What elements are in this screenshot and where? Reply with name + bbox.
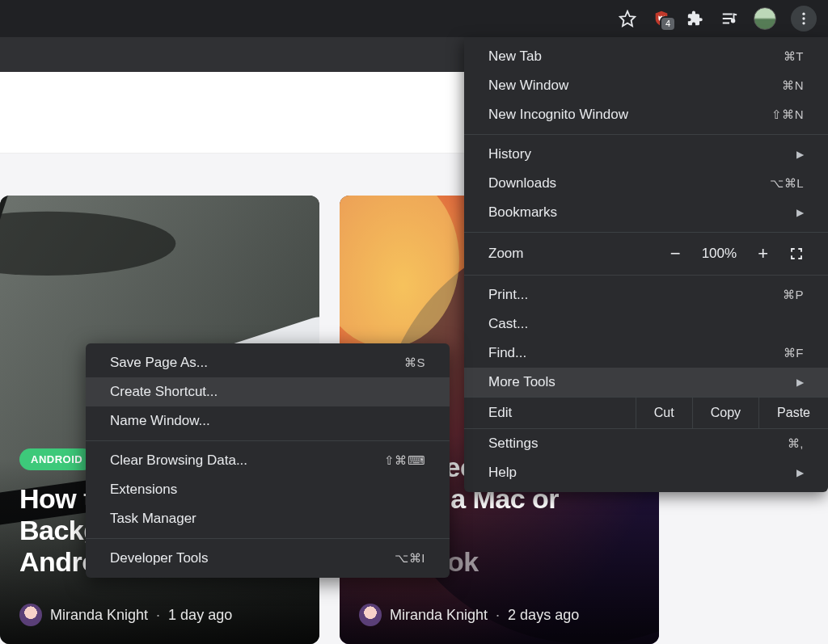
menu-more-tools[interactable]: More Tools ▶	[464, 368, 828, 397]
menu-label: Downloads	[488, 175, 556, 192]
menu-label: Edit	[464, 405, 512, 421]
customize-menu-button[interactable]	[791, 6, 817, 32]
submenu-extensions[interactable]: Extensions	[86, 475, 450, 504]
menu-label: Cast...	[488, 316, 528, 332]
menu-separator	[464, 275, 828, 276]
author-name: Miranda Knight	[50, 607, 148, 624]
menu-label: Developer Tools	[110, 550, 209, 566]
submenu-save-page[interactable]: Save Page As... ⌘S	[86, 348, 450, 377]
svg-point-2	[802, 13, 805, 15]
publish-time: 2 days ago	[508, 607, 579, 624]
menu-history[interactable]: History ▶	[464, 140, 828, 169]
menu-label: Clear Browsing Data...	[110, 452, 247, 469]
edit-copy-button[interactable]: Copy	[692, 398, 758, 428]
menu-shortcut: ⌥⌘L	[770, 176, 804, 191]
edit-paste-button[interactable]: Paste	[758, 398, 828, 428]
submenu-name-window[interactable]: Name Window...	[86, 406, 450, 436]
menu-downloads[interactable]: Downloads ⌥⌘L	[464, 169, 828, 198]
svg-marker-0	[620, 11, 635, 26]
menu-label: Print...	[488, 287, 528, 303]
menu-label: Save Page As...	[110, 355, 208, 371]
menu-label: Extensions	[110, 482, 177, 498]
menu-shortcut: ⌘N	[782, 78, 804, 93]
menu-separator	[464, 134, 828, 135]
extensions-puzzle-icon[interactable]	[686, 9, 705, 28]
menu-help[interactable]: Help ▶	[464, 458, 828, 487]
menu-label: Name Window...	[110, 413, 210, 429]
menu-label: Bookmarks	[488, 204, 557, 221]
extension-ublock-icon[interactable]: 4	[652, 9, 671, 28]
card-meta: Miranda Knight · 1 day ago	[19, 604, 300, 626]
toolbar-right: 4	[606, 0, 828, 37]
menu-label: New Incognito Window	[488, 107, 628, 123]
more-tools-submenu: Save Page As... ⌘S Create Shortcut... Na…	[86, 343, 450, 578]
menu-shortcut: ⇧⌘⌨	[384, 453, 426, 468]
author-avatar	[19, 604, 42, 626]
dot-separator: ·	[156, 607, 160, 624]
submenu-create-shortcut[interactable]: Create Shortcut...	[86, 377, 450, 406]
fullscreen-icon[interactable]	[789, 246, 804, 261]
category-pill[interactable]: ANDROID	[19, 448, 94, 470]
svg-point-4	[802, 22, 805, 24]
submenu-developer-tools[interactable]: Developer Tools ⌥⌘I	[86, 544, 450, 573]
submenu-arrow-icon: ▶	[796, 467, 804, 478]
dot-separator: ·	[496, 607, 500, 624]
menu-label: Help	[488, 465, 517, 481]
menu-shortcut: ⇧⌘N	[771, 107, 804, 122]
zoom-level: 100%	[702, 246, 737, 262]
menu-shortcut: ⌘T	[784, 49, 804, 64]
menu-find[interactable]: Find... ⌘F	[464, 339, 828, 368]
menu-settings[interactable]: Settings ⌘,	[464, 429, 828, 458]
menu-edit-row: Edit Cut Copy Paste	[464, 397, 828, 429]
submenu-arrow-icon: ▶	[796, 149, 804, 160]
menu-shortcut: ⌘F	[784, 346, 804, 360]
media-queue-icon[interactable]	[720, 9, 739, 28]
menu-zoom: Zoom − 100% +	[464, 238, 828, 270]
menu-label: History	[488, 146, 531, 162]
author-name: Miranda Knight	[390, 607, 488, 624]
menu-shortcut: ⌘P	[783, 288, 804, 302]
menu-separator	[464, 232, 828, 233]
menu-shortcut: ⌘,	[788, 436, 804, 451]
menu-shortcut: ⌘S	[404, 356, 425, 370]
menu-shortcut: ⌥⌘I	[395, 551, 425, 566]
browser-toolbar: 4	[0, 0, 828, 37]
menu-label: Create Shortcut...	[110, 384, 218, 400]
svg-point-3	[802, 17, 805, 19]
zoom-out-button[interactable]: −	[670, 243, 681, 264]
extension-badge: 4	[660, 16, 676, 32]
menu-label: Task Manager	[110, 511, 196, 527]
menu-new-window[interactable]: New Window ⌘N	[464, 71, 828, 100]
zoom-in-button[interactable]: +	[758, 243, 768, 264]
submenu-task-manager[interactable]: Task Manager	[86, 504, 450, 533]
submenu-arrow-icon: ▶	[796, 207, 804, 218]
menu-label: More Tools	[488, 374, 556, 390]
menu-cast[interactable]: Cast...	[464, 309, 828, 339]
menu-new-incognito[interactable]: New Incognito Window ⇧⌘N	[464, 100, 828, 129]
menu-label: Settings	[488, 436, 538, 452]
menu-print[interactable]: Print... ⌘P	[464, 280, 828, 309]
menu-new-tab[interactable]: New Tab ⌘T	[464, 42, 828, 71]
publish-time: 1 day ago	[168, 607, 232, 624]
menu-separator	[86, 538, 450, 539]
edit-cut-button[interactable]: Cut	[636, 398, 692, 428]
submenu-clear-browsing[interactable]: Clear Browsing Data... ⇧⌘⌨	[86, 446, 450, 475]
menu-separator	[86, 440, 450, 441]
menu-label: Zoom	[488, 246, 523, 262]
menu-label: Find...	[488, 345, 526, 361]
svg-point-1	[732, 19, 735, 23]
submenu-arrow-icon: ▶	[796, 377, 804, 388]
profile-avatar[interactable]	[754, 7, 776, 30]
menu-label: New Tab	[488, 48, 542, 65]
browser-main-menu: New Tab ⌘T New Window ⌘N New Incognito W…	[464, 37, 828, 492]
author-avatar	[359, 604, 382, 626]
star-icon[interactable]	[618, 9, 637, 28]
card-meta: Miranda Knight · 2 days ago	[359, 604, 640, 626]
menu-bookmarks[interactable]: Bookmarks ▶	[464, 198, 828, 227]
menu-label: New Window	[488, 78, 568, 94]
